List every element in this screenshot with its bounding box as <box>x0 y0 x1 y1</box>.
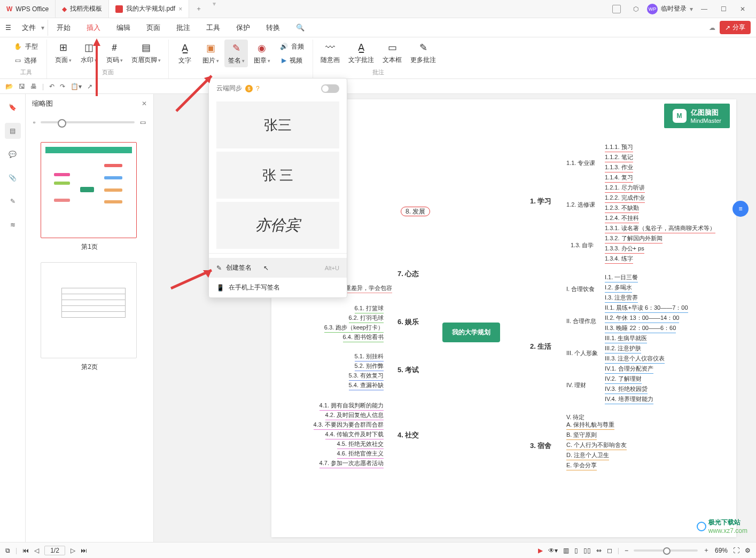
qb-open-icon[interactable]: 📂 <box>5 83 13 90</box>
tab-document[interactable]: 我的大学规划.pdf× <box>109 0 189 18</box>
menu-search-icon[interactable]: 🔍 <box>289 20 312 35</box>
avatar[interactable]: WP <box>647 4 658 14</box>
ribbon-textbox[interactable]: ▭文本框 <box>379 40 405 67</box>
tab-close-icon[interactable]: × <box>178 5 182 13</box>
zoom-in-icon[interactable]: ＋ <box>703 546 710 555</box>
thumb-size-small-icon[interactable]: ▫ <box>33 119 35 126</box>
rail-comments-icon[interactable]: 💬 <box>5 146 21 162</box>
thumbnail-size-slider[interactable] <box>41 121 135 123</box>
menu-file[interactable]: 文件 <box>14 20 43 36</box>
share-button[interactable]: ↗ 分享 <box>720 21 751 34</box>
qb-paste-icon[interactable]: 📋▾ <box>71 83 82 90</box>
ribbon-textannot[interactable]: A̲文字批注 <box>345 40 377 67</box>
appstore-icon[interactable] <box>609 1 625 17</box>
sb-fitpage-icon[interactable]: ◻ <box>607 547 612 554</box>
menu-protect[interactable]: 保护 <box>229 20 258 36</box>
ribbon-page[interactable]: ⊞页面 <box>51 40 75 67</box>
signature-card-1[interactable]: 张三 <box>216 101 339 148</box>
rail-attachments-icon[interactable]: 📎 <box>5 170 21 186</box>
ribbon-text[interactable]: A̲文字 <box>173 40 197 67</box>
ribbon-pagenum[interactable]: ＃页码 <box>103 40 126 67</box>
mobile-signature-action[interactable]: 📱 在手机上手写签名 <box>209 278 347 297</box>
window-minimize-icon[interactable]: — <box>696 1 712 17</box>
window-close-icon[interactable]: ✕ <box>735 1 751 17</box>
menu-insert[interactable]: 插入 <box>79 20 108 36</box>
qb-undo-icon[interactable]: ↶ <box>49 83 54 90</box>
quick-toolbar: 📂 🖫 🖶 | ↶ ↷ 📋▾ ↗ <box>0 79 756 94</box>
source-watermark: 极光下载站www.xz7.com <box>697 518 747 535</box>
sb-last-page-icon[interactable]: ⏭ <box>81 547 87 554</box>
rail-thumbnails-icon[interactable]: ▤ <box>5 123 21 139</box>
sb-play-icon[interactable]: ▶ <box>538 547 543 554</box>
sb-settings-icon[interactable]: ⚙ <box>745 547 751 554</box>
leaf: 6.3. 跑步（keep打卡） <box>324 324 384 333</box>
page-icon: ⊞ <box>57 42 69 53</box>
create-signature-action[interactable]: ✎ 创建签名 ↖ Alt+U <box>209 258 347 278</box>
ribbon-select-tool[interactable]: ▭选择 <box>10 53 42 67</box>
ribbon-image[interactable]: ▣图片 <box>199 40 222 67</box>
rail-layers-icon[interactable]: ≋ <box>5 217 21 233</box>
qb-redo-icon[interactable]: ↷ <box>60 83 65 90</box>
leaf: 4.4. 传输文件及时下载 <box>325 430 384 439</box>
ribbon-stamp[interactable]: ◉图章 <box>250 40 274 67</box>
sb-double-icon[interactable]: ▯▯ <box>583 547 591 554</box>
menu-tools[interactable]: 工具 <box>199 20 228 36</box>
thumbnail-page-2[interactable]: 第2页 <box>41 262 138 372</box>
leaf: I.3. 注意营养 <box>605 294 638 303</box>
login-label[interactable]: 临时登录 <box>661 4 687 13</box>
leaf: 1.1.2. 笔记 <box>605 153 633 162</box>
sb-prev-page-icon[interactable]: ◁ <box>34 547 39 554</box>
thumbnail-caption: 第1页 <box>41 242 138 252</box>
leaf: E. 学会分享 <box>566 461 597 470</box>
floating-action-button[interactable]: ≡ <box>732 201 749 217</box>
ribbon-video[interactable]: ▶视频 <box>276 53 308 67</box>
tab-templates[interactable]: ◆找稻壳模板 <box>56 0 109 18</box>
ribbon-moreannot[interactable]: ✎更多批注 <box>407 40 439 67</box>
zoom-out-icon[interactable]: − <box>625 547 628 554</box>
menu-annotate[interactable]: 批注 <box>169 20 198 36</box>
zoom-value[interactable]: 69% <box>715 547 728 554</box>
sb-first-page-icon[interactable]: ⏮ <box>22 547 29 554</box>
tab-wps-home[interactable]: WWPS Office <box>0 0 56 18</box>
zoom-slider[interactable] <box>634 549 698 552</box>
ribbon-freehand[interactable]: 〰随意画 <box>317 40 343 67</box>
sb-single-icon[interactable]: ▯ <box>574 547 578 554</box>
cube-icon[interactable]: ⬡ <box>628 1 644 17</box>
new-tab-button[interactable]: ＋ <box>189 0 208 18</box>
help-icon[interactable]: ? <box>256 85 260 92</box>
rail-signature-icon[interactable]: ✎ <box>5 193 21 209</box>
sb-layout-icon[interactable]: ▥ <box>563 547 569 554</box>
menu-page[interactable]: 页面 <box>139 20 168 36</box>
thumbnail-page-1[interactable]: 第1页 <box>41 142 138 252</box>
leaf: III.3. 注意个人仪容仪表 <box>605 355 665 364</box>
sb-next-page-icon[interactable]: ▷ <box>71 547 75 554</box>
rail-bookmark-icon[interactable]: 🔖 <box>5 99 21 115</box>
ribbon-audio[interactable]: 🔊音频 <box>276 40 308 53</box>
cloud-sync-toggle[interactable] <box>321 84 339 93</box>
sb-panel-icon[interactable]: ⧉ <box>5 547 10 554</box>
qb-save-icon[interactable]: 🖫 <box>19 83 25 90</box>
sb-fullscreen-icon[interactable]: ⛶ <box>733 547 739 554</box>
ribbon-signature[interactable]: ✎签名 <box>224 40 248 67</box>
signature-card-2[interactable]: 张 三 <box>216 152 339 199</box>
cloud-sync-icon[interactable]: ☁ <box>709 24 715 32</box>
window-maximize-icon[interactable]: ☐ <box>715 1 731 17</box>
qb-more-icon[interactable]: ↗ <box>87 83 92 90</box>
page-indicator[interactable]: 1/2 <box>44 546 65 555</box>
thumbnail-panel-close-icon[interactable]: ✕ <box>142 100 147 107</box>
menu-convert[interactable]: 转换 <box>259 20 287 36</box>
node-development: 8. 发展 <box>401 207 430 216</box>
ribbon-hand-tool[interactable]: ✋手型 <box>10 40 42 53</box>
signature-card-3[interactable]: 亦佮宾 <box>216 202 339 249</box>
menu-bar: ☰ 文件▾ 开始 插入 编辑 页面 批注 工具 保护 转换 🔍 ☁ ↗ 分享 <box>0 18 756 37</box>
ribbon-headerfooter[interactable]: ▤页眉页脚 <box>128 40 164 67</box>
cloud-sync-label: 云端同步 <box>216 84 242 93</box>
qb-print-icon[interactable]: 🖶 <box>30 83 37 90</box>
sb-read-icon[interactable]: 👁▾ <box>548 547 558 554</box>
leaf: IV.4. 培养理财能力 <box>605 395 653 404</box>
menu-edit[interactable]: 编辑 <box>109 20 138 36</box>
thumb-size-large-icon[interactable]: ▭ <box>140 119 146 126</box>
hamburger-icon[interactable]: ☰ <box>5 24 11 32</box>
menu-start[interactable]: 开始 <box>49 20 78 36</box>
sb-fitwidth-icon[interactable]: ⇔ <box>596 547 602 554</box>
